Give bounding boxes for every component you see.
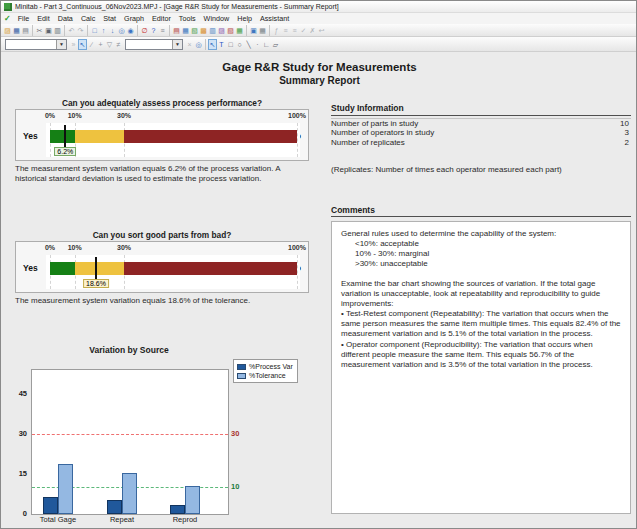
x-axis-label: Reprod bbox=[150, 515, 220, 524]
menu-tools[interactable]: Tools bbox=[175, 14, 200, 23]
menu-help[interactable]: Help bbox=[233, 14, 256, 23]
worksheet-folder-icon[interactable]: ▥ bbox=[208, 25, 217, 36]
outline-expand-icon[interactable]: ≡ bbox=[290, 25, 299, 36]
gauge-tick-label: 0% bbox=[45, 244, 55, 251]
data-pane-selector[interactable]: ▼ bbox=[5, 39, 67, 50]
layout-tool-icon[interactable]: ▦ bbox=[258, 25, 267, 36]
study-info-row: Number of operators in study3 bbox=[331, 128, 629, 137]
session-window-icon[interactable]: ▤ bbox=[172, 25, 181, 36]
divider bbox=[331, 115, 631, 116]
toolbar-divider bbox=[246, 25, 247, 36]
gauge-gridline bbox=[297, 123, 298, 157]
close-all-graphs-icon[interactable]: ▣ bbox=[249, 25, 258, 36]
cancel-icon[interactable]: ∅ bbox=[140, 25, 149, 36]
accept-icon[interactable]: ✓ bbox=[299, 25, 308, 36]
menu-calc[interactable]: Calc bbox=[77, 14, 99, 23]
menu-assistant[interactable]: Assistant bbox=[256, 14, 293, 23]
save-icon[interactable]: ▦ bbox=[12, 25, 21, 36]
gauge-gridline bbox=[297, 255, 298, 289]
close-x-icon[interactable]: × bbox=[185, 39, 194, 50]
statguide-icon[interactable]: ≡ bbox=[158, 25, 167, 36]
gauge-zone bbox=[75, 262, 124, 275]
reject-icon[interactable]: ✗ bbox=[308, 25, 317, 36]
sort-parts-gauge: Yes No 18.6% 0%10%30%100% bbox=[15, 241, 309, 293]
outline-collapse-icon[interactable]: ≡ bbox=[281, 25, 290, 36]
select-arrow-icon[interactable]: ↖ bbox=[78, 39, 87, 50]
polygon-tool-icon[interactable]: ▱ bbox=[271, 39, 280, 50]
reportpad-icon[interactable]: ▦ bbox=[235, 25, 244, 36]
polyline-tool-icon[interactable]: ∟ bbox=[262, 39, 271, 50]
chart-legend: %Process Var%Tolerance bbox=[233, 359, 298, 383]
filter-icon[interactable]: ▽ bbox=[105, 39, 114, 50]
edit-last-dialog-icon[interactable]: □ bbox=[90, 25, 99, 36]
study-info-row: Number of parts in study10 bbox=[331, 119, 629, 128]
redo-icon[interactable]: ↷ bbox=[76, 25, 85, 36]
graph-select-arrow-icon[interactable]: ↖ bbox=[208, 39, 217, 50]
equalize-icon[interactable]: ≠ bbox=[114, 39, 123, 50]
data-window-icon[interactable]: ▦ bbox=[181, 25, 190, 36]
print-icon[interactable]: ▤ bbox=[21, 25, 30, 36]
menu-editor[interactable]: Editor bbox=[148, 14, 175, 23]
copy-icon[interactable]: ▣ bbox=[44, 25, 53, 36]
menu-data[interactable]: Data bbox=[54, 14, 77, 23]
minitab-window: Minitab - Part 3_Continuous_06Nov2023.MP… bbox=[0, 0, 637, 529]
legend-swatch bbox=[237, 373, 246, 379]
magnify-icon[interactable]: ◎ bbox=[194, 39, 203, 50]
menu-bar: ✓ FileEditDataCalcStatGraphEditorToolsWi… bbox=[1, 13, 636, 24]
study-info-label: Number of operators in study bbox=[331, 128, 434, 137]
cut-icon[interactable]: ✂ bbox=[35, 25, 44, 36]
find-next-icon[interactable]: ◉ bbox=[126, 25, 135, 36]
toolbar-divider bbox=[32, 25, 33, 36]
chevron-down-icon[interactable]: ▼ bbox=[172, 40, 182, 49]
help-icon[interactable]: ? bbox=[149, 25, 158, 36]
study-info-label: Number of replicates bbox=[331, 138, 405, 147]
add-item-icon[interactable]: + bbox=[96, 39, 105, 50]
edit-line-icon[interactable]: ∕ bbox=[87, 39, 96, 50]
gauge-zone bbox=[50, 262, 75, 275]
x-axis-label: Total Gage bbox=[23, 515, 93, 524]
gauge-value-marker bbox=[95, 257, 97, 279]
undo-icon[interactable]: ↶ bbox=[67, 25, 76, 36]
text-tool-icon[interactable]: T bbox=[217, 39, 226, 50]
previous-command-icon[interactable]: ↑ bbox=[99, 25, 108, 36]
history-folder-icon[interactable]: ▨ bbox=[217, 25, 226, 36]
check-icon: ✓ bbox=[4, 14, 11, 23]
menu-edit[interactable]: Edit bbox=[33, 14, 53, 23]
bar-reprod-tolerance bbox=[185, 486, 200, 514]
chevron-down-icon[interactable]: ▼ bbox=[56, 40, 66, 49]
paste-icon[interactable]: ▥ bbox=[53, 25, 62, 36]
line-tool-icon[interactable]: ╲ bbox=[244, 39, 253, 50]
go-icon[interactable]: » bbox=[69, 39, 78, 50]
find-icon[interactable]: ◎ bbox=[117, 25, 126, 36]
insert-function-icon[interactable]: ƒ bbox=[272, 25, 281, 36]
toolbar-divider bbox=[87, 25, 88, 36]
toolbar-graph-editing: ▼»↖∕+▽≠▼×◎↖T□○╲·∟▱ bbox=[1, 37, 636, 52]
rectangle-tool-icon[interactable]: □ bbox=[226, 39, 235, 50]
chart-plot-area bbox=[31, 369, 229, 515]
menu-file[interactable]: File bbox=[14, 14, 34, 23]
menu-graph[interactable]: Graph bbox=[120, 14, 148, 23]
next-command-icon[interactable]: ↓ bbox=[108, 25, 117, 36]
bar-repeat-tolerance bbox=[122, 473, 137, 514]
menu-stat[interactable]: Stat bbox=[99, 14, 120, 23]
gauge2-question: Can you sort good parts from bad? bbox=[15, 230, 309, 240]
gauge-zone bbox=[124, 130, 297, 143]
open-icon[interactable]: ▨ bbox=[3, 25, 12, 36]
bar-total-gage-tolerance bbox=[58, 464, 73, 514]
return-icon[interactable]: ↩ bbox=[317, 25, 326, 36]
zoom-selector[interactable]: ▼ bbox=[125, 39, 183, 50]
replicates-note: (Replicates: Number of times each operat… bbox=[331, 165, 631, 174]
process-performance-gauge: Yes No 6.2% 0%10%30%100% bbox=[15, 109, 309, 161]
graph-window-icon[interactable]: ▧ bbox=[190, 25, 199, 36]
marker-tool-icon[interactable]: · bbox=[253, 39, 262, 50]
comment-line: >30%: unacceptable bbox=[341, 259, 621, 269]
x-axis-label: Repeat bbox=[87, 515, 157, 524]
gauge-tick-label: 100% bbox=[288, 244, 306, 251]
comment-line: <10%: acceptable bbox=[341, 239, 621, 249]
menu-window[interactable]: Window bbox=[200, 14, 234, 23]
gauge-tick-label: 100% bbox=[288, 112, 306, 119]
project-manager-icon[interactable]: ▩ bbox=[199, 25, 208, 36]
graphs-folder-icon[interactable]: ▧ bbox=[226, 25, 235, 36]
ellipse-tool-icon[interactable]: ○ bbox=[235, 39, 244, 50]
toolbar-divider bbox=[169, 25, 170, 36]
